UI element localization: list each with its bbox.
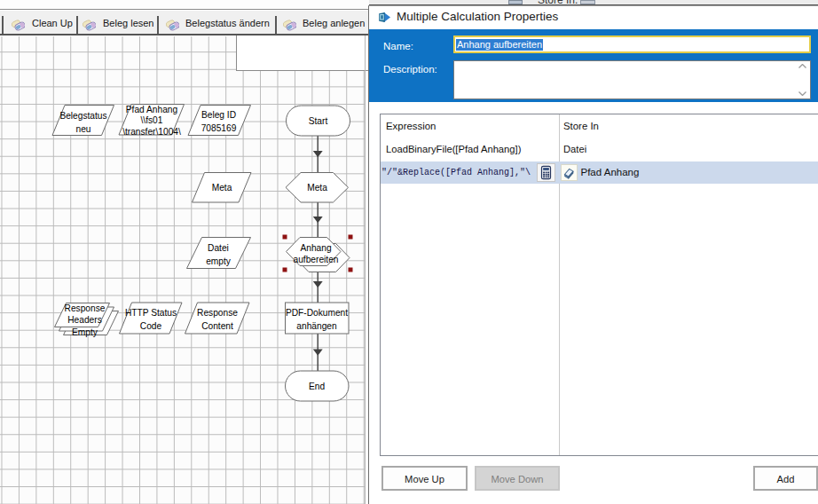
- svg-text:anhängen: anhängen: [296, 321, 336, 331]
- svg-text:Start: Start: [309, 116, 328, 126]
- svg-text:Response: Response: [65, 303, 106, 313]
- svg-text:PDF-Dokument: PDF-Dokument: [286, 308, 348, 318]
- svg-text:Meta: Meta: [212, 183, 232, 193]
- svg-text:Beleg ID: Beleg ID: [201, 110, 236, 120]
- svg-text:neu: neu: [76, 124, 91, 134]
- svg-text:Response: Response: [197, 308, 238, 318]
- svg-text:7085169: 7085169: [201, 123, 237, 133]
- svg-text:Meta: Meta: [307, 183, 327, 193]
- svg-text:Belegstatus: Belegstatus: [59, 111, 106, 121]
- svg-text:Pfad Anhang: Pfad Anhang: [126, 105, 178, 114]
- svg-text:\\fs01: \\fs01: [141, 115, 163, 125]
- svg-text:Headers: Headers: [67, 315, 102, 325]
- svg-text:Empty: Empty: [72, 327, 98, 337]
- svg-text:Anhang: Anhang: [300, 243, 331, 253]
- svg-text:empty: empty: [206, 256, 232, 266]
- svg-text:\transfer\1004\: \transfer\1004\: [122, 127, 181, 137]
- svg-text:Code: Code: [140, 321, 162, 331]
- svg-text:Datei: Datei: [208, 243, 229, 253]
- svg-text:Content: Content: [201, 321, 233, 331]
- svg-text:End: End: [309, 382, 325, 391]
- svg-text:aufbereiten: aufbereiten: [294, 255, 339, 264]
- svg-text:HTTP Status: HTTP Status: [125, 308, 177, 318]
